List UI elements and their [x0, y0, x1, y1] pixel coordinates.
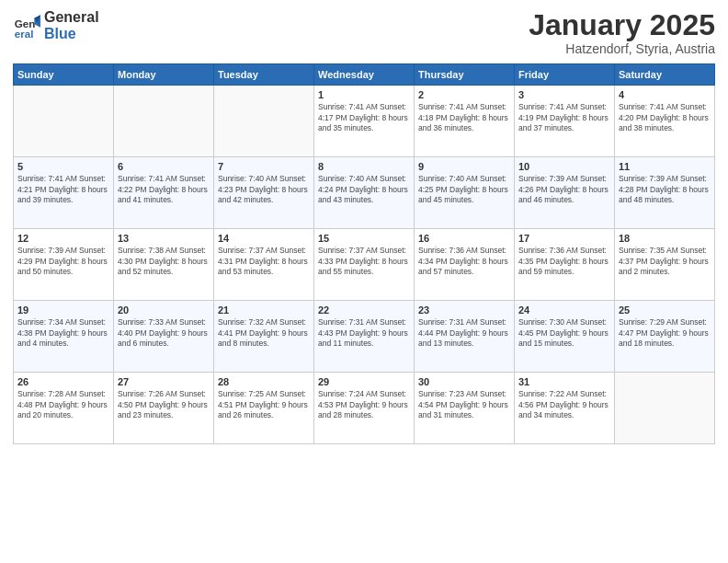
day-info: Sunrise: 7:40 AM Sunset: 4:23 PM Dayligh…	[218, 174, 310, 205]
day-number: 17	[518, 233, 610, 244]
day-info: Sunrise: 7:40 AM Sunset: 4:24 PM Dayligh…	[318, 174, 410, 205]
logo-blue-label: Blue	[44, 26, 99, 42]
col-friday: Friday	[515, 64, 615, 86]
day-info: Sunrise: 7:39 AM Sunset: 4:26 PM Dayligh…	[518, 174, 610, 205]
day-number: 1	[318, 89, 410, 100]
day-info: Sunrise: 7:22 AM Sunset: 4:56 PM Dayligh…	[518, 389, 610, 420]
table-row	[14, 86, 114, 157]
day-info: Sunrise: 7:29 AM Sunset: 4:47 PM Dayligh…	[619, 317, 711, 349]
table-row: 26Sunrise: 7:28 AM Sunset: 4:48 PM Dayli…	[14, 373, 114, 444]
day-number: 22	[318, 304, 410, 316]
table-row: 18Sunrise: 7:35 AM Sunset: 4:37 PM Dayli…	[615, 229, 715, 301]
day-number: 6	[118, 161, 210, 172]
day-info: Sunrise: 7:24 AM Sunset: 4:53 PM Dayligh…	[318, 389, 410, 420]
calendar-header-row: Sunday Monday Tuesday Wednesday Thursday…	[14, 64, 715, 86]
table-row: 31Sunrise: 7:22 AM Sunset: 4:56 PM Dayli…	[515, 373, 615, 444]
day-info: Sunrise: 7:35 AM Sunset: 4:37 PM Dayligh…	[619, 246, 711, 277]
day-number: 23	[418, 304, 510, 316]
day-number: 20	[118, 304, 210, 316]
day-info: Sunrise: 7:23 AM Sunset: 4:54 PM Dayligh…	[418, 389, 510, 420]
day-number: 29	[318, 376, 410, 387]
month-title: January 2025	[529, 9, 715, 41]
day-info: Sunrise: 7:31 AM Sunset: 4:43 PM Dayligh…	[318, 317, 410, 349]
day-number: 30	[418, 376, 510, 387]
day-info: Sunrise: 7:26 AM Sunset: 4:50 PM Dayligh…	[118, 389, 210, 420]
day-info: Sunrise: 7:37 AM Sunset: 4:33 PM Dayligh…	[318, 246, 410, 277]
table-row: 29Sunrise: 7:24 AM Sunset: 4:53 PM Dayli…	[314, 373, 415, 444]
table-row: 23Sunrise: 7:31 AM Sunset: 4:44 PM Dayli…	[415, 301, 515, 373]
day-number: 31	[518, 376, 610, 387]
day-number: 8	[318, 161, 410, 172]
day-info: Sunrise: 7:25 AM Sunset: 4:51 PM Dayligh…	[218, 389, 310, 420]
day-number: 7	[218, 161, 310, 172]
table-row: 12Sunrise: 7:39 AM Sunset: 4:29 PM Dayli…	[14, 229, 114, 301]
day-info: Sunrise: 7:36 AM Sunset: 4:34 PM Dayligh…	[418, 246, 510, 277]
svg-text:eral: eral	[15, 27, 34, 39]
day-info: Sunrise: 7:28 AM Sunset: 4:48 PM Dayligh…	[17, 389, 109, 420]
day-number: 27	[118, 376, 210, 387]
day-info: Sunrise: 7:40 AM Sunset: 4:25 PM Dayligh…	[418, 174, 510, 205]
table-row	[114, 86, 214, 157]
table-row: 13Sunrise: 7:38 AM Sunset: 4:30 PM Dayli…	[114, 229, 214, 301]
col-sunday: Sunday	[14, 64, 114, 86]
table-row: 8Sunrise: 7:40 AM Sunset: 4:24 PM Daylig…	[314, 157, 415, 229]
day-number: 26	[17, 376, 109, 387]
logo-icon: Gen eral	[13, 12, 40, 40]
table-row: 5Sunrise: 7:41 AM Sunset: 4:21 PM Daylig…	[14, 157, 114, 229]
logo: Gen eral General Blue	[13, 9, 99, 41]
day-number: 3	[518, 89, 610, 100]
day-info: Sunrise: 7:30 AM Sunset: 4:45 PM Dayligh…	[518, 317, 610, 349]
day-number: 14	[218, 233, 310, 244]
logo-text: General Blue	[44, 9, 99, 41]
day-info: Sunrise: 7:34 AM Sunset: 4:38 PM Dayligh…	[17, 317, 109, 349]
location-subtitle: Hatzendorf, Styria, Austria	[529, 41, 715, 56]
day-number: 13	[118, 233, 210, 244]
logo-general-label: General	[44, 9, 99, 26]
col-tuesday: Tuesday	[214, 64, 314, 86]
table-row: 3Sunrise: 7:41 AM Sunset: 4:19 PM Daylig…	[515, 86, 615, 157]
day-number: 5	[17, 161, 109, 172]
calendar-week-4: 19Sunrise: 7:34 AM Sunset: 4:38 PM Dayli…	[14, 301, 715, 373]
table-row: 6Sunrise: 7:41 AM Sunset: 4:22 PM Daylig…	[114, 157, 214, 229]
day-info: Sunrise: 7:31 AM Sunset: 4:44 PM Dayligh…	[418, 317, 510, 349]
day-number: 2	[418, 89, 510, 100]
day-info: Sunrise: 7:38 AM Sunset: 4:30 PM Dayligh…	[118, 246, 210, 277]
table-row: 4Sunrise: 7:41 AM Sunset: 4:20 PM Daylig…	[615, 86, 715, 157]
day-number: 11	[619, 161, 711, 172]
day-number: 15	[318, 233, 410, 244]
table-row: 9Sunrise: 7:40 AM Sunset: 4:25 PM Daylig…	[415, 157, 515, 229]
day-number: 16	[418, 233, 510, 244]
day-number: 19	[17, 304, 109, 316]
table-row: 10Sunrise: 7:39 AM Sunset: 4:26 PM Dayli…	[515, 157, 615, 229]
day-info: Sunrise: 7:41 AM Sunset: 4:20 PM Dayligh…	[619, 102, 711, 133]
title-section: January 2025 Hatzendorf, Styria, Austria	[529, 9, 715, 56]
table-row: 30Sunrise: 7:23 AM Sunset: 4:54 PM Dayli…	[415, 373, 515, 444]
day-info: Sunrise: 7:39 AM Sunset: 4:28 PM Dayligh…	[619, 174, 711, 205]
day-info: Sunrise: 7:41 AM Sunset: 4:17 PM Dayligh…	[318, 102, 410, 133]
day-info: Sunrise: 7:36 AM Sunset: 4:35 PM Dayligh…	[518, 246, 610, 277]
table-row: 16Sunrise: 7:36 AM Sunset: 4:34 PM Dayli…	[415, 229, 515, 301]
table-row: 28Sunrise: 7:25 AM Sunset: 4:51 PM Dayli…	[214, 373, 314, 444]
table-row: 14Sunrise: 7:37 AM Sunset: 4:31 PM Dayli…	[214, 229, 314, 301]
table-row	[615, 373, 715, 444]
day-info: Sunrise: 7:41 AM Sunset: 4:22 PM Dayligh…	[118, 174, 210, 205]
table-row: 21Sunrise: 7:32 AM Sunset: 4:41 PM Dayli…	[214, 301, 314, 373]
day-number: 18	[619, 233, 711, 244]
calendar-table: Sunday Monday Tuesday Wednesday Thursday…	[13, 63, 715, 444]
table-row: 7Sunrise: 7:40 AM Sunset: 4:23 PM Daylig…	[214, 157, 314, 229]
table-row: 2Sunrise: 7:41 AM Sunset: 4:18 PM Daylig…	[415, 86, 515, 157]
day-number: 28	[218, 376, 310, 387]
day-number: 4	[619, 89, 711, 100]
table-row: 11Sunrise: 7:39 AM Sunset: 4:28 PM Dayli…	[615, 157, 715, 229]
table-row: 24Sunrise: 7:30 AM Sunset: 4:45 PM Dayli…	[515, 301, 615, 373]
day-number: 9	[418, 161, 510, 172]
day-number: 12	[17, 233, 109, 244]
day-info: Sunrise: 7:41 AM Sunset: 4:19 PM Dayligh…	[518, 102, 610, 133]
day-info: Sunrise: 7:37 AM Sunset: 4:31 PM Dayligh…	[218, 246, 310, 277]
table-row	[214, 86, 314, 157]
day-number: 24	[518, 304, 610, 316]
calendar-week-3: 12Sunrise: 7:39 AM Sunset: 4:29 PM Dayli…	[14, 229, 715, 301]
table-row: 19Sunrise: 7:34 AM Sunset: 4:38 PM Dayli…	[14, 301, 114, 373]
table-row: 22Sunrise: 7:31 AM Sunset: 4:43 PM Dayli…	[314, 301, 415, 373]
page-header: Gen eral General Blue January 2025 Hatze…	[13, 9, 715, 56]
